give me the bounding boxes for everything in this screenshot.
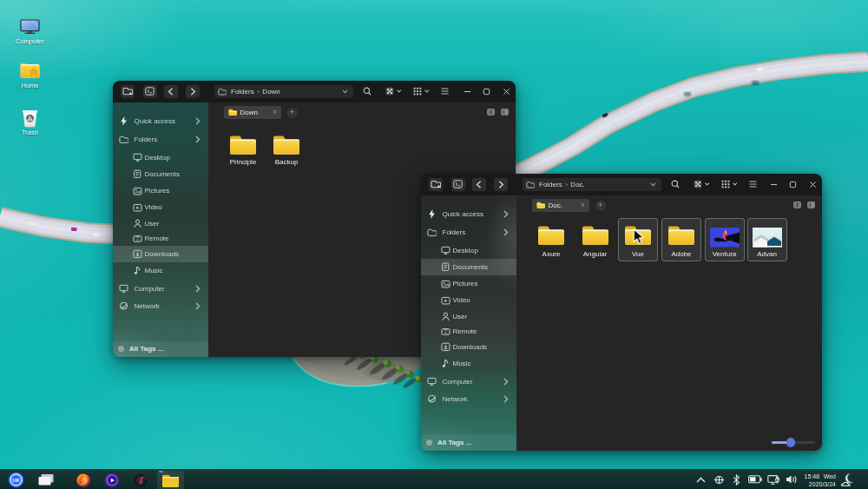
svg-text:UK: UK xyxy=(12,478,20,483)
